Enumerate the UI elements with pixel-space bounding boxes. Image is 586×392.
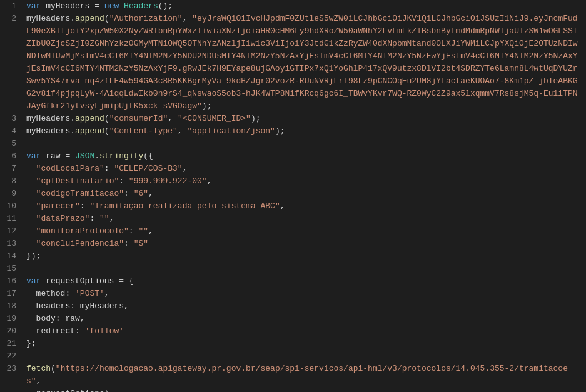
- token-plain: ,: [36, 376, 41, 386]
- line-content: "dataPrazo": "",: [26, 213, 586, 225]
- line-content: };: [26, 338, 586, 350]
- line-number: 2: [0, 13, 26, 25]
- line-number: 17: [0, 288, 26, 300]
- code-line: 15: [0, 263, 586, 275]
- token-plain: {: [124, 276, 134, 286]
- line-number: 11: [0, 213, 26, 225]
- line-content: var myHeaders = new Headers();: [26, 0, 586, 13]
- token-str: "consumerId": [109, 114, 168, 123]
- token-plain: :: [89, 214, 99, 223]
- token-str: "application/json": [187, 126, 275, 136]
- token-str: "codigoTramitacao": [36, 189, 124, 198]
- code-line: 4myHeaders.append("Content-Type", "appli…: [0, 125, 586, 138]
- code-line: 23fetch("https://homologacao.apigateway.…: [0, 363, 586, 392]
- line-number: 1: [0, 0, 26, 13]
- line-content: var requestOptions = {: [26, 275, 586, 288]
- token-plain: [26, 214, 36, 223]
- code-line: 13 "concluiPendencia": "S": [0, 238, 586, 250]
- token-op: =: [94, 1, 99, 11]
- token-str: "Content-Type": [109, 126, 178, 136]
- token-op: =: [119, 276, 124, 286]
- token-plain: [70, 151, 75, 161]
- token-plain: :: [124, 189, 134, 198]
- token-plain: .: [94, 151, 99, 161]
- code-line: 12 "monitoraProtocolo": "",: [0, 225, 586, 238]
- line-content: [26, 263, 586, 275]
- token-str: "999.999.922-00": [129, 176, 207, 186]
- line-content: });: [26, 250, 586, 263]
- token-plain: :: [104, 164, 114, 173]
- token-plain: redirect:: [26, 326, 85, 336]
- token-plain: [26, 201, 36, 211]
- token-plain: ,: [104, 289, 109, 298]
- line-content: "concluiPendencia": "S": [26, 238, 586, 250]
- code-line: 5: [0, 138, 586, 150]
- line-content: "monitoraProtocolo": "",: [26, 225, 586, 238]
- line-number: 9: [0, 188, 26, 200]
- token-plain: [26, 189, 36, 198]
- token-str: "": [99, 214, 109, 223]
- token-fn: stringify: [99, 151, 143, 161]
- token-plain: :: [119, 176, 129, 186]
- token-plain: :: [129, 226, 139, 236]
- token-str: "6": [134, 189, 148, 198]
- token-plain: requestOptions: [41, 276, 119, 286]
- line-content: "parecer": "Tramitação realizada pelo si…: [26, 200, 586, 213]
- token-plain: ,: [168, 114, 178, 123]
- token-plain: (: [51, 364, 56, 373]
- token-plain: ({: [143, 151, 153, 161]
- line-number: 14: [0, 250, 26, 263]
- token-str: "Authorization": [109, 14, 183, 23]
- token-cls: JSON: [75, 151, 94, 161]
- line-content: "cpfDestinatario": "999.999.922-00",: [26, 175, 586, 188]
- token-plain: (: [104, 114, 109, 123]
- token-plain: :: [80, 201, 90, 211]
- code-editor: 1var myHeaders = new Headers();2myHeader…: [0, 0, 586, 392]
- line-content: [26, 350, 586, 363]
- code-line: 1var myHeaders = new Headers();: [0, 0, 586, 13]
- token-str: "https://homologacao.apigateway.pr.gov.b…: [26, 364, 568, 386]
- token-plain: (: [104, 14, 109, 23]
- token-plain: myHeaders.: [26, 114, 75, 123]
- token-plain: myHeaders: [41, 1, 94, 11]
- line-number: 22: [0, 350, 26, 363]
- line-number: 18: [0, 300, 26, 313]
- token-plain: [26, 176, 36, 186]
- token-plain: );: [275, 126, 285, 136]
- token-plain: [119, 1, 124, 11]
- code-line: 16var requestOptions = {: [0, 275, 586, 288]
- token-plain: };: [26, 339, 36, 348]
- line-number: 16: [0, 275, 26, 288]
- line-number: 20: [0, 325, 26, 338]
- code-line: 17 method: 'POST',: [0, 288, 586, 300]
- line-content: body: raw,: [26, 313, 586, 325]
- token-str: "S": [134, 239, 148, 248]
- line-content: method: 'POST',: [26, 288, 586, 300]
- token-cls: Headers: [124, 1, 158, 11]
- token-plain: (: [104, 126, 109, 136]
- token-plain: ,: [178, 126, 188, 136]
- line-content: myHeaders.append("Content-Type", "applic…: [26, 125, 586, 138]
- token-plain: ,: [183, 164, 188, 173]
- token-plain: raw: [41, 151, 65, 161]
- token-str: "concluiPendencia": [36, 239, 124, 248]
- token-fn: fetch: [26, 364, 51, 373]
- token-plain: ,: [183, 14, 193, 23]
- code-line: 2myHeaders.append("Authorization", "eyJr…: [0, 13, 586, 113]
- token-kw: new: [104, 1, 119, 11]
- code-line: 9 "codigoTramitacao": "6",: [0, 188, 586, 200]
- code-line: 7 "codLocalPara": "CELEP/COS-B3",: [0, 163, 586, 175]
- token-plain: ,: [148, 226, 153, 236]
- token-str: "parecer": [36, 201, 80, 211]
- code-line: 20 redirect: 'follow': [0, 325, 586, 338]
- line-content: var raw = JSON.stringify({: [26, 150, 586, 163]
- token-str: "CELEP/COS-B3": [114, 164, 182, 173]
- token-plain: ,: [207, 176, 212, 186]
- token-plain: [26, 239, 36, 248]
- line-content: redirect: 'follow': [26, 325, 586, 338]
- token-kw: var: [26, 1, 41, 11]
- token-fn: append: [75, 14, 104, 23]
- line-number: 6: [0, 150, 26, 163]
- line-number: 19: [0, 313, 26, 325]
- token-plain: body: raw,: [26, 314, 85, 323]
